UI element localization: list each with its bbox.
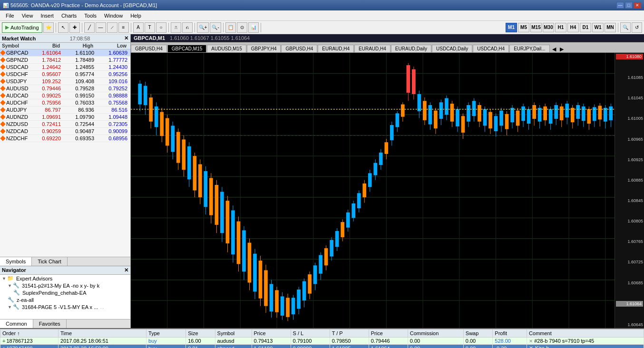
close-button[interactable]: ✕: [634, 2, 641, 9]
market-row[interactable]: GBPCAD 1.61064 1.61100 1.60639: [0, 49, 130, 57]
market-row[interactable]: NZDCAD 0.90259 0.90487 0.90099: [0, 128, 130, 135]
nav-item-ea3[interactable]: ▼ 🔧 31684-PAGE 5 -V1.5-MY EA x ... …: [0, 303, 130, 310]
tf-m1[interactable]: M1: [506, 23, 517, 32]
close-btn[interactable]: ✕: [529, 338, 533, 344]
toolbar-tline[interactable]: ⟋: [107, 22, 117, 33]
symbol-name: AUDCAD: [6, 93, 28, 98]
tf-w1[interactable]: W1: [592, 23, 604, 32]
menu-insert[interactable]: Insert: [37, 12, 58, 19]
bid-value: 86.797: [29, 107, 63, 113]
chart-main[interactable]: 28 Aug 2017 28 Aug 15:36 28 Aug 15:44 28…: [131, 53, 615, 328]
toolbar-refresh[interactable]: ↺: [632, 22, 642, 33]
toolbar-hline[interactable]: —: [96, 22, 106, 33]
window-title: 565605: OANDA-v20 Practice - Demo Accoun…: [10, 2, 157, 8]
toolbar-prop[interactable]: 📋: [225, 22, 236, 33]
menu-help[interactable]: Help: [127, 12, 145, 19]
menu-charts[interactable]: Charts: [58, 12, 80, 19]
market-row[interactable]: AUDNZD 1.09691 1.09790 1.09448: [0, 114, 130, 121]
svg-rect-139: [445, 98, 449, 115]
chart-tab-audusd-m15[interactable]: AUDUSD,M15: [207, 45, 246, 52]
chart-tab-gbpusd-h4-2[interactable]: GBPUSD,H4: [281, 45, 317, 52]
toolbar-fib2[interactable]: ⎌: [182, 22, 193, 33]
tf-mn[interactable]: MN: [605, 23, 616, 32]
toolbar-line[interactable]: ╱: [84, 22, 95, 33]
bid-value: 0.90259: [29, 128, 63, 134]
toolbar-text[interactable]: A: [133, 22, 144, 33]
svg-rect-181: [560, 106, 564, 120]
chart-tab-usdcad-daily[interactable]: USDCAD,Daily: [432, 45, 472, 52]
market-row[interactable]: AUDCHF 0.75956 0.76033 0.75568: [0, 99, 130, 106]
svg-rect-95: [324, 248, 328, 265]
tf-h1[interactable]: H1: [555, 23, 566, 32]
toolbar-channel[interactable]: ≡: [118, 22, 129, 33]
toolbar-fib[interactable]: ⎍: [171, 22, 181, 33]
toolbar-ellipse[interactable]: ○: [156, 22, 166, 33]
chart-tab-usdcad-h4[interactable]: USDCAD,H4: [473, 45, 509, 52]
tab-tick-chart[interactable]: Tick Chart: [32, 257, 68, 266]
toolbar-label[interactable]: T: [145, 22, 155, 33]
market-row[interactable]: GBPNZD 1.78412 1.78489 1.77772: [0, 57, 130, 64]
nav-item-ea-folder[interactable]: ▼ 📁 Expert Advisors: [0, 275, 130, 282]
tab-favorites[interactable]: Favorites: [33, 319, 67, 328]
tf-m30[interactable]: M30: [543, 23, 554, 32]
close-btn[interactable]: ✕: [529, 345, 533, 348]
menu-tools[interactable]: Tools: [80, 12, 100, 19]
chart-tab-gbpjpy-h4[interactable]: GBPJPY,H4: [247, 45, 281, 52]
order-swap: 0.00: [463, 345, 492, 348]
tf-d1[interactable]: D1: [580, 23, 591, 32]
toolbar-zoom-out[interactable]: 🔍-: [210, 22, 221, 33]
market-row[interactable]: USDJPY 109.252 109.408 109.016: [0, 78, 130, 85]
market-row[interactable]: AUDUSD 0.79446 0.79528 0.79252: [0, 85, 130, 92]
ea-icon: 🔧: [8, 297, 14, 303]
col-tp: T / P: [330, 329, 369, 338]
maximize-button[interactable]: □: [625, 2, 633, 9]
minimize-button[interactable]: —: [616, 2, 624, 9]
toolbar-star[interactable]: ⭐: [43, 22, 54, 33]
high-value: 1.24855: [63, 64, 96, 70]
toolbar-crosshair[interactable]: ✚: [69, 22, 80, 33]
chart-tab-scroll-right[interactable]: ▶: [558, 46, 566, 52]
bid-value: 1.24642: [29, 64, 63, 70]
svg-rect-155: [488, 112, 492, 128]
tf-m15[interactable]: M15: [530, 23, 542, 32]
nav-item-ea1-sub[interactable]: 🔧 SuplexPending_chehab-EA: [0, 289, 130, 296]
navigator-close[interactable]: ✕: [124, 267, 128, 273]
chart-tab-euraud-h4-2[interactable]: EURAUD,H4: [354, 45, 390, 52]
market-row[interactable]: AUDCAD 0.99025 0.99150 0.98888: [0, 92, 130, 99]
chart-tab-scroll-left[interactable]: ◀: [550, 46, 558, 52]
autotrading-button[interactable]: ▶ AutoTrading: [2, 22, 42, 33]
tf-h4[interactable]: H4: [567, 23, 579, 32]
toolbar-chart-type[interactable]: 📊: [248, 22, 259, 33]
nav-item-ea2[interactable]: 🔧 z-ea-all: [0, 296, 130, 303]
order-row-1[interactable]: +187867123 2017.08.25 18:06:51 buy 16.00…: [0, 338, 644, 345]
chart-tab-euraud-h4[interactable]: EURAUD,H4: [318, 45, 354, 52]
chart-tab-gbpusd-h4[interactable]: GBPUSD,H4: [131, 45, 167, 52]
market-row[interactable]: AUDJPY 86.797 86.936 86.516: [0, 106, 130, 114]
col-symbol: Symbol: [215, 329, 252, 338]
chart-tab-eurjpy[interactable]: EURJPY,Dail...: [509, 45, 550, 52]
toolbar-zoom-in[interactable]: 🔍+: [197, 22, 209, 33]
svg-rect-179: [554, 105, 558, 119]
chart-tab-gbpcad-m15[interactable]: GBPCAD,M15: [167, 45, 206, 52]
toolbar-search[interactable]: 🔍: [620, 22, 631, 33]
market-row[interactable]: NZDCHF 0.69220 0.69353 0.68956: [0, 135, 130, 142]
market-row[interactable]: USDCHF 0.95607 0.95774 0.95256: [0, 71, 130, 78]
bid-value: 0.99025: [29, 93, 63, 98]
chart-tab-euraud-daily[interactable]: EURAUD,Daily: [391, 45, 431, 52]
toolbar-cursor[interactable]: ↖: [58, 22, 68, 33]
tab-symbols[interactable]: Symbols: [0, 257, 32, 266]
low-value: 1.09448: [96, 114, 129, 120]
toolbar-period[interactable]: ⊙: [237, 22, 247, 33]
order-row-2-selected[interactable]: +187947488 2017.08.28 16:59:00 buy 0.01 …: [0, 345, 644, 348]
nav-item-ea1[interactable]: ▼ 🔧 31541-p2#13-My EA -no x y- by k: [0, 282, 130, 289]
menu-window[interactable]: Window: [100, 12, 127, 19]
market-row[interactable]: USDCAD 1.24642 1.24855 1.24430: [0, 64, 130, 71]
menu-file[interactable]: File: [2, 12, 18, 19]
tab-common[interactable]: Common: [0, 319, 33, 328]
tf-m5[interactable]: M5: [518, 23, 529, 32]
svg-rect-41: [176, 132, 180, 163]
market-row[interactable]: NZDUSD 0.72411 0.72544 0.72305: [0, 121, 130, 128]
order-size: 16.00: [186, 338, 215, 345]
market-watch-close[interactable]: ✕: [124, 35, 128, 41]
menu-view[interactable]: View: [18, 12, 37, 19]
